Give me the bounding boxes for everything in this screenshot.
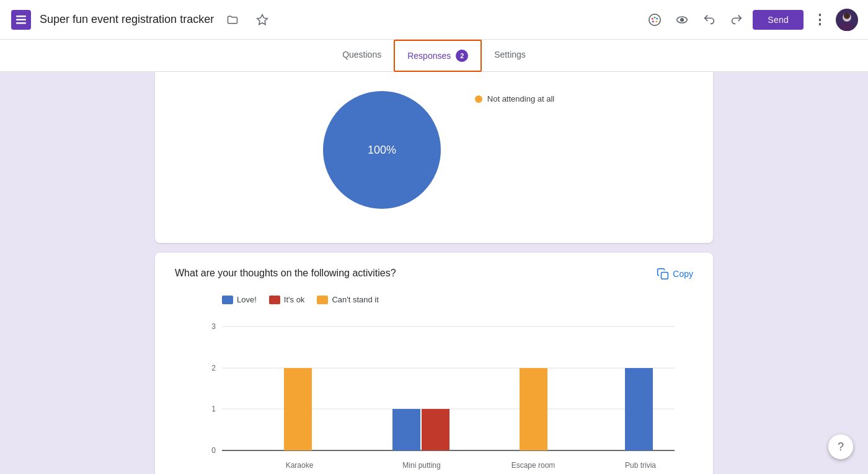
folder-icon-btn[interactable] (221, 9, 244, 31)
bar-chart-legend: Love! It's ok Can't stand it (222, 295, 683, 304)
bar-chart-area: Love! It's ok Can't stand it (175, 295, 693, 474)
responses-badge: 2 (456, 50, 468, 62)
svg-point-14 (839, 22, 854, 31)
pie-chart-card: 100% Not attending at all (155, 72, 713, 243)
tab-responses[interactable]: Responses 2 (394, 40, 482, 72)
svg-point-7 (654, 16, 656, 18)
svg-text:1: 1 (211, 405, 216, 413)
header-left: Super fun event registration tracker (10, 9, 644, 31)
redo-icon-btn[interactable] (725, 9, 748, 31)
more-options-btn[interactable]: ⋮ (808, 9, 831, 31)
send-button[interactable]: Send (753, 10, 804, 30)
legend-dot-not-attending (475, 95, 482, 103)
legend-color-ok (269, 296, 280, 304)
x-label-trivia: Pub trivia (625, 461, 656, 470)
svg-marker-4 (257, 14, 268, 24)
svg-point-12 (681, 18, 684, 21)
question-text: What are your thoughts on the following … (175, 268, 396, 279)
header: Super fun event registration tracker (0, 0, 868, 40)
bar-escape-cant (520, 368, 547, 450)
x-label-karaoke: Karaoke (286, 461, 314, 470)
app-icon (10, 9, 32, 31)
svg-rect-19 (662, 273, 668, 279)
svg-rect-1 (16, 15, 26, 17)
bar-karaoke-cant (284, 368, 312, 450)
app-title: Super fun event registration tracker (40, 13, 214, 26)
bar-minigolf-ok (422, 409, 450, 450)
avatar (836, 9, 858, 31)
pie-legend: Not attending at all (475, 82, 554, 103)
star-icon-btn[interactable] (251, 9, 273, 31)
svg-rect-3 (16, 22, 26, 24)
palette-icon-btn[interactable] (644, 9, 666, 31)
pie-percent-label: 100% (368, 144, 396, 156)
legend-cant: Can't stand it (317, 295, 378, 304)
svg-text:0: 0 (211, 446, 216, 455)
legend-color-cant (317, 296, 328, 304)
bar-minigolf-love (392, 409, 420, 450)
tab-questions[interactable]: Questions (330, 40, 394, 71)
svg-text:3: 3 (211, 322, 216, 331)
bar-pubtrivia-love (625, 368, 653, 450)
svg-point-5 (649, 14, 660, 25)
activities-question-card: What are your thoughts on the following … (155, 253, 713, 474)
svg-point-6 (652, 17, 653, 19)
legend-color-love (222, 296, 233, 304)
x-label-escape: Escape room (512, 461, 556, 470)
copy-icon (657, 268, 669, 280)
main-content: 100% Not attending at all What are your … (0, 72, 868, 474)
tab-settings[interactable]: Settings (482, 40, 538, 71)
svg-text:2: 2 (211, 364, 216, 372)
svg-point-8 (657, 17, 658, 19)
svg-point-17 (844, 13, 850, 18)
undo-icon-btn[interactable] (698, 9, 720, 31)
pie-chart: 100% (314, 82, 450, 218)
header-right: Send ⋮ (644, 9, 858, 31)
help-button[interactable]: ? (828, 434, 853, 459)
preview-icon-btn[interactable] (671, 9, 693, 31)
svg-point-10 (652, 20, 654, 22)
svg-rect-2 (16, 19, 26, 20)
legend-item-not-attending: Not attending at all (475, 94, 554, 103)
bar-chart-svg: 3 2 1 0 Karaoke Mini putting (185, 314, 693, 474)
legend-ok: It's ok (269, 295, 305, 304)
legend-love: Love! (222, 295, 257, 304)
x-label-minigolf: Mini putting (402, 461, 440, 470)
tab-bar: Questions Responses 2 Settings (0, 40, 868, 72)
question-card-header: What are your thoughts on the following … (175, 268, 693, 280)
svg-point-9 (656, 20, 658, 22)
copy-button[interactable]: Copy (657, 268, 693, 280)
pie-section: 100% Not attending at all (175, 72, 693, 228)
